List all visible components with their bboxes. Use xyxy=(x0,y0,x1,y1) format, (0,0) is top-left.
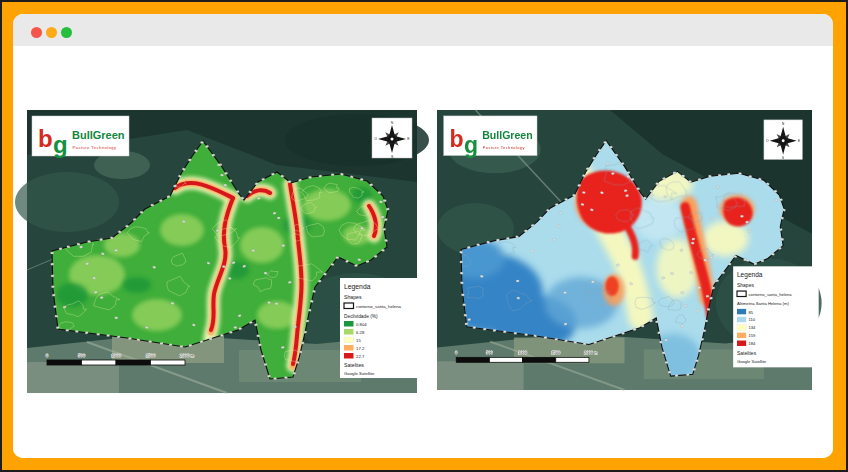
page-content: b g BullGreen Pasture Technology N S xyxy=(13,46,833,458)
legend: Legenda Shapes contorno_santa_helena Dec… xyxy=(340,278,426,378)
scale-tick: 1500 xyxy=(146,353,156,358)
browser-titlebar xyxy=(13,14,833,46)
scale-tick: 1000 xyxy=(518,350,528,355)
compass-rose: N S E O xyxy=(372,118,412,159)
legend: Legenda Shapes contorno_santa_helena Alt… xyxy=(733,266,818,367)
class-label: 184 xyxy=(749,341,757,346)
elevation-map-canvas: b g BullGreen Pasture Technology N S E xyxy=(437,110,812,390)
slope-map-canvas: b g BullGreen Pasture Technology N S xyxy=(27,110,417,393)
class-label: 15 xyxy=(356,338,361,343)
logo-mark-g: g xyxy=(464,131,478,157)
class-swatch xyxy=(737,333,746,338)
compass-west-label: O xyxy=(374,137,377,141)
legend-contour-label: contorno_santa_helena xyxy=(749,292,793,297)
legend-title: Legenda xyxy=(737,271,763,279)
contour-swatch xyxy=(344,303,354,309)
legend-shapes-label: Shapes xyxy=(344,294,362,300)
class-label: 6.28 xyxy=(356,330,365,335)
class-swatch xyxy=(737,317,746,322)
legend-basemap-label: Google Satellite xyxy=(344,371,375,376)
class-label: 0.804 xyxy=(356,322,367,327)
legend-layer-label: Altimetria Santa Helena (m) xyxy=(737,301,789,306)
logo-mark-b: b xyxy=(38,125,53,152)
class-label: 134 xyxy=(749,325,757,330)
compass-rose: N S E O xyxy=(764,120,802,160)
legend-title: Legenda xyxy=(344,283,371,291)
compass-west-label: O xyxy=(766,139,769,143)
bullgreen-logo: b g BullGreen Pasture Technology xyxy=(444,116,537,158)
zoom-window-button[interactable] xyxy=(61,27,72,38)
class-swatch xyxy=(344,329,354,335)
contour-swatch xyxy=(737,291,746,296)
logo-mark-g: g xyxy=(53,131,68,158)
class-label: 17.2 xyxy=(356,346,365,351)
scale-tick: 2000 m xyxy=(180,353,195,358)
logo-tagline: Pasture Technology xyxy=(73,145,117,150)
legend-basemap-label: Google Satellite xyxy=(737,359,767,364)
orange-frame: b g BullGreen Pasture Technology N S xyxy=(2,2,846,470)
legend-satellites-label: Satelites xyxy=(737,350,757,356)
logo-brand: BullGreen xyxy=(482,129,532,141)
scale-tick: 1500 xyxy=(551,350,561,355)
class-swatch xyxy=(737,309,746,314)
minimize-window-button[interactable] xyxy=(46,27,57,38)
logo-tagline: Pasture Technology xyxy=(483,145,525,150)
logo-brand: BullGreen xyxy=(72,129,125,141)
bullgreen-logo: b g BullGreen Pasture Technology xyxy=(32,116,129,158)
scale-tick: 500 xyxy=(78,353,86,358)
class-label: 110 xyxy=(749,317,756,322)
browser-window: b g BullGreen Pasture Technology N S xyxy=(13,14,833,458)
legend-shapes-label: Shapes xyxy=(737,282,754,288)
scale-tick: 1000 xyxy=(111,353,121,358)
class-swatch xyxy=(344,337,354,343)
class-label: 85 xyxy=(749,309,754,314)
class-label: 159 xyxy=(749,333,757,338)
class-label: 22.7 xyxy=(356,354,365,359)
class-swatch xyxy=(737,341,746,346)
scale-tick: 500 xyxy=(486,350,494,355)
legend-contour-label: contorno_santa_helena xyxy=(356,304,402,309)
scale-tick: 2000 m xyxy=(584,350,598,355)
class-swatch xyxy=(344,321,354,327)
class-swatch xyxy=(344,353,354,359)
close-window-button[interactable] xyxy=(31,27,42,38)
logo-mark-b: b xyxy=(450,125,464,151)
legend-layer-label: Declividade (%) xyxy=(344,314,378,319)
legend-satellites-label: Satelites xyxy=(344,362,364,368)
class-swatch xyxy=(344,345,354,351)
window-border: b g BullGreen Pasture Technology N S xyxy=(0,0,848,472)
class-swatch xyxy=(737,325,746,330)
